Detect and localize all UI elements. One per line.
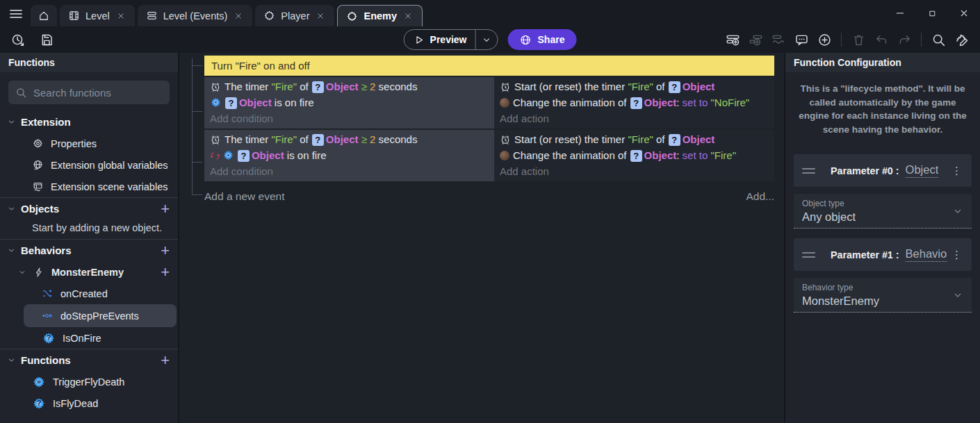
preview-dropdown-button[interactable] — [475, 30, 498, 49]
actions-cell[interactable]: Start (or reset) the timer "Fire" of ?Ob… — [494, 130, 774, 181]
condition-sentence[interactable]: The timer "Fire" of ?Object ≥ 2 seconds — [210, 131, 489, 147]
behavior-icon — [222, 149, 234, 161]
sidebar-item-dosteppreevents[interactable]: doStepPreEvents — [24, 304, 177, 327]
minimize-window-button[interactable] — [884, 0, 916, 26]
sidebar-item-oncreated[interactable]: onCreated — [0, 283, 178, 304]
conditions-cell[interactable]: The timer "Fire" of ?Object ≥ 2 seconds?… — [204, 130, 494, 181]
condition-sentence[interactable]: ?Object is on fire — [210, 94, 489, 110]
add-functions-button[interactable]: + — [161, 354, 170, 367]
add-action-link[interactable]: Add action — [500, 163, 769, 179]
event-comment[interactable]: Turn "Fire" on and off — [204, 56, 774, 76]
sentence-segment: : — [676, 149, 682, 161]
gear-icon — [32, 138, 44, 149]
behavior-type-dropdown[interactable]: Behavior typeMonsterEnemy — [794, 278, 972, 313]
tab-level-events-[interactable]: Level (Events) — [138, 5, 253, 26]
sentence-segment: of — [653, 81, 668, 92]
object-parameter-badge: ? — [312, 81, 324, 93]
tab-enemy[interactable]: Enemy — [337, 5, 423, 26]
sentence-segment: of — [653, 133, 668, 145]
actions-cell[interactable]: Start (or reset) the timer "Fire" of ?Ob… — [494, 77, 774, 128]
sentence-segment: "Fire" — [628, 133, 653, 145]
add-new-event-link[interactable]: Add a new event — [204, 190, 284, 203]
sentence-segment: Change the animation of — [513, 149, 630, 161]
add-circle-button[interactable] — [815, 31, 833, 49]
search-functions-box[interactable] — [8, 81, 170, 104]
chevron-down-icon[interactable] — [18, 268, 26, 276]
sidebar-section-header-extension[interactable]: Extension — [0, 111, 178, 133]
maximize-icon — [928, 9, 937, 18]
sidebar-item-isonfire[interactable]: ?IsOnFire — [0, 327, 178, 349]
condition-sentence[interactable]: The timer "Fire" of ?Object ≥ 2 seconds — [210, 78, 489, 94]
item-label: MonsterEnemy — [51, 267, 124, 278]
chevron-down-icon — [952, 290, 963, 301]
add-function-to-behavior-button[interactable]: + — [161, 263, 170, 281]
function-question-icon: ? — [42, 331, 56, 345]
chevron-down-icon — [7, 117, 16, 126]
object-type-dropdown[interactable]: Object typeAny object — [794, 194, 972, 229]
add-link-event-button[interactable] — [769, 31, 787, 49]
event-tree-tick — [192, 194, 202, 195]
close-tab-icon[interactable] — [233, 10, 244, 22]
sidebar-section-header-objects[interactable]: Objects+ — [0, 198, 178, 219]
play-icon — [414, 35, 425, 45]
add-action-link[interactable]: Add action — [500, 110, 769, 126]
add-objects-button[interactable]: + — [161, 202, 170, 216]
condition-sentence[interactable]: ?Object is on fire — [210, 147, 489, 163]
parameter-name-input[interactable]: Behavio — [906, 247, 947, 262]
action-sentence[interactable]: Start (or reset) the timer "Fire" of ?Ob… — [500, 78, 769, 94]
share-label: Share — [538, 34, 565, 45]
close-window-button[interactable] — [948, 0, 980, 26]
action-sentence[interactable]: Start (or reset) the timer "Fire" of ?Ob… — [500, 131, 769, 147]
close-tab-icon[interactable] — [315, 10, 326, 22]
add-more-link[interactable]: Add... — [746, 190, 775, 203]
redo-button[interactable] — [895, 31, 913, 49]
trash-button[interactable] — [849, 31, 867, 49]
action-sentence[interactable]: Change the animation of ?Object: set to … — [500, 147, 769, 163]
sentence-segment: Object — [239, 97, 272, 108]
sidebar-item-extension global variables[interactable]: Extension global variables — [0, 154, 178, 176]
edit-extension-button[interactable] — [952, 31, 970, 49]
object-parameter-badge: ? — [669, 81, 680, 93]
events-sheet: Turn "Fire" on and off The timer "Fire" … — [179, 53, 785, 423]
comment-button[interactable] — [792, 31, 810, 49]
sidebar-item-isflydead[interactable]: ?IsFlyDead — [0, 392, 178, 414]
sentence-segment: Object — [683, 81, 715, 92]
preview-button-main[interactable]: Preview — [405, 30, 475, 49]
search-functions-input[interactable] — [33, 87, 152, 99]
conditions-cell[interactable]: The timer "Fire" of ?Object ≥ 2 seconds?… — [204, 77, 494, 128]
undo-button[interactable] — [872, 31, 890, 49]
sidebar-item-extension scene variables[interactable]: Extension scene variables — [0, 176, 178, 197]
add-condition-link[interactable]: Add condition — [210, 110, 489, 126]
tab-home[interactable] — [31, 5, 57, 26]
redo-icon — [897, 33, 912, 47]
hamburger-menu-icon[interactable] — [7, 5, 25, 23]
close-tab-icon[interactable] — [115, 10, 126, 22]
sidebar-item-triggerflydeath[interactable]: »TriggerFlyDeath — [0, 371, 178, 392]
search-icon — [15, 87, 27, 99]
drag-handle[interactable] — [802, 252, 815, 258]
add-behaviors-button[interactable]: + — [161, 244, 170, 258]
search-button[interactable] — [929, 31, 947, 49]
add-subevent-button[interactable] — [746, 31, 765, 49]
add-condition-link[interactable]: Add condition — [210, 163, 489, 179]
maximize-window-button[interactable] — [916, 0, 948, 26]
add-event-button[interactable] — [724, 31, 742, 49]
share-button[interactable]: Share — [508, 29, 577, 50]
sidebar-section-header-behaviors[interactable]: Behaviors+ — [0, 240, 178, 261]
close-tab-icon[interactable] — [402, 10, 414, 22]
kebab-menu-icon[interactable]: ⋮ — [950, 165, 963, 177]
preview-button[interactable]: Preview — [404, 29, 498, 50]
lifecycle-description: This is a "lifecycle method". It will be… — [796, 82, 970, 136]
parameter-name-input[interactable]: Object — [906, 163, 939, 178]
history-button[interactable] — [8, 31, 26, 49]
parameter-card-0: Parameter #0 :Object⋮ — [794, 154, 972, 187]
kebab-menu-icon[interactable]: ⋮ — [950, 249, 963, 261]
behavior-group-monsterenemy[interactable]: MonsterEnemy+ — [0, 261, 178, 283]
sidebar-section-header-functions[interactable]: Functions+ — [0, 349, 178, 371]
drag-handle[interactable] — [802, 168, 815, 174]
action-sentence[interactable]: Change the animation of ?Object: set to … — [500, 94, 769, 110]
save-button[interactable] — [38, 31, 56, 49]
tab-player[interactable]: Player — [255, 5, 334, 26]
sidebar-item-properties[interactable]: Properties — [0, 133, 178, 154]
tab-level[interactable]: Level — [60, 5, 135, 26]
